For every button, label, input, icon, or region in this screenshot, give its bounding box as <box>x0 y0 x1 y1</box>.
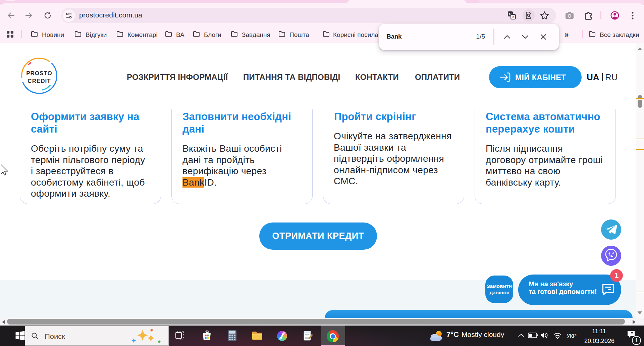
svg-text:×: × <box>512 15 514 19</box>
svg-text:CREDIT: CREDIT <box>28 78 51 84</box>
svg-text:PROSTO: PROSTO <box>26 70 52 77</box>
